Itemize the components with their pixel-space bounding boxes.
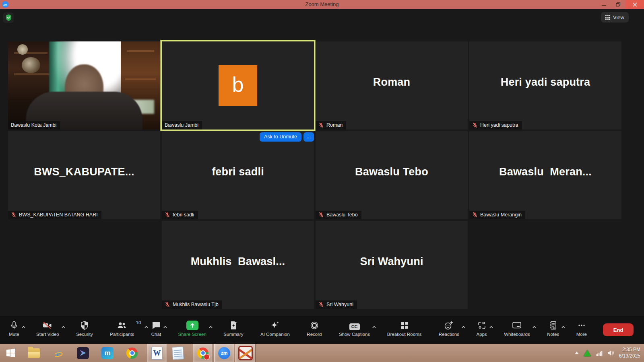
toolbar-label: Whiteboards (504, 332, 530, 337)
toolbar-ai-companion-button[interactable]: AI Companion (260, 320, 290, 340)
participant-nameplate: Mukhlis Bawaslu Tjb (162, 300, 222, 309)
unmute-more-button[interactable]: ... (303, 132, 314, 142)
toolbar-mute-button[interactable]: Mute (9, 320, 19, 340)
participant-avatar: b (219, 65, 257, 106)
network-signal-icon[interactable] (596, 350, 603, 356)
security-shield-icon[interactable] (3, 12, 14, 23)
chevron-up-icon[interactable] (144, 323, 149, 330)
summary-icon (229, 320, 238, 330)
participant-display-name: Heri yadi saputra (469, 41, 621, 130)
toolbar-apps-button[interactable]: Apps (476, 320, 487, 340)
chevron-up-icon[interactable] (208, 323, 213, 330)
participant-tile[interactable]: Bawaslu TeboBawaslu Tebo (316, 131, 468, 219)
show-captions-icon: CC (349, 320, 360, 330)
toolbar-summary-button[interactable]: Summary (223, 320, 243, 340)
toolbar-label: Share Screen (178, 332, 206, 337)
toolbar-participants-button[interactable]: 10Participants (110, 320, 134, 340)
taskbar-clock[interactable]: 2:35 PM 6/13/2025 (619, 347, 640, 359)
taskbar-notepad-button[interactable] (168, 344, 188, 362)
toolbar-label: Security (76, 332, 93, 337)
end-meeting-button[interactable]: End (603, 323, 634, 336)
participant-name-label: Bawaslu Kota Jambi (11, 122, 56, 128)
system-tray: 2:35 PM 6/13/2025 (575, 347, 644, 359)
participant-tile[interactable]: Sri WahyuniSri Wahyuni (316, 221, 468, 309)
chevron-up-icon[interactable] (561, 323, 566, 330)
participant-tile[interactable]: bBawaslu Jambi (162, 41, 314, 130)
participant-display-name: Roman (316, 41, 468, 130)
toolbar-label: Record (307, 332, 322, 337)
security-icon (80, 320, 89, 330)
start-button[interactable] (1, 344, 20, 362)
taskbar-chrome-profile-button[interactable] (193, 344, 213, 362)
toolbar-show-captions-button[interactable]: CCShow Captions (339, 320, 370, 340)
tray-time: 2:35 PM (619, 347, 640, 353)
volume-icon[interactable] (607, 350, 614, 356)
show-hidden-icons-icon[interactable] (575, 352, 579, 354)
chevron-up-icon[interactable] (489, 323, 493, 330)
participant-name-label: Bawaslu Jambi (165, 122, 198, 128)
taskbar-chrome-button[interactable] (122, 344, 142, 362)
toolbar-share-screen-button[interactable]: Share Screen (178, 320, 206, 340)
participant-display-name: BWS_KABUPATE... (8, 131, 160, 219)
participant-display-name: Bawaslu Tebo (316, 131, 468, 219)
toolbar-more-button[interactable]: More (576, 320, 587, 340)
folder-icon (28, 348, 40, 358)
chevron-up-icon[interactable] (532, 323, 537, 330)
window-controls (597, 0, 644, 9)
toolbar-record-button[interactable]: Record (307, 320, 322, 340)
participant-name-label: Heri yadi saputra (480, 122, 518, 128)
antivirus-icon[interactable] (584, 350, 591, 356)
taskbar-filmora-button[interactable] (73, 344, 93, 362)
taskbar-internet-explorer-button[interactable]: e (49, 344, 68, 362)
toolbar-breakout-rooms-button[interactable]: Breakout Rooms (387, 320, 422, 340)
toolbar-notes-button[interactable]: Notes (547, 320, 559, 340)
share-screen-box (186, 321, 198, 330)
ask-to-unmute-button[interactable]: Ask to Unmute (260, 132, 301, 142)
participant-nameplate: BWS_KABUPATEN BATANG HARI (8, 211, 101, 219)
muted-mic-icon (472, 212, 478, 218)
taskbar-picture-manager-button[interactable] (235, 344, 256, 362)
close-icon[interactable] (625, 0, 644, 9)
participant-name-label: BWS_KABUPATEN BATANG HARI (19, 212, 98, 218)
participant-nameplate: Roman (316, 121, 346, 130)
chevron-up-icon[interactable] (461, 323, 466, 330)
toolbar-items: MuteStart VideoSecurity10ParticipantsCha… (0, 320, 596, 340)
participant-tile[interactable]: febri sadlifebri sadli (162, 131, 314, 219)
toolbar-label: AI Companion (260, 332, 290, 337)
restore-icon[interactable] (611, 0, 625, 9)
toolbar-reactions-button[interactable]: Reactions (439, 320, 459, 340)
taskbar-word-button[interactable]: W (147, 344, 167, 362)
participant-display-name: Mukhlis Bawasl... (162, 221, 314, 309)
chevron-up-icon[interactable] (61, 323, 66, 330)
muted-mic-icon (318, 122, 324, 128)
chat-icon (151, 320, 161, 330)
unmute-prompt: Ask to Unmute ... (162, 132, 314, 142)
participant-display-name: Sri Wahyuni (316, 221, 468, 309)
taskbar-zoom-button[interactable]: zm (214, 344, 234, 362)
participant-tile[interactable]: Heri yadi saputraHeri yadi saputra (469, 41, 621, 130)
muted-mic-icon (472, 122, 478, 128)
maxthon-icon: m (101, 347, 114, 359)
participant-name-label: Sri Wahyuni (326, 302, 353, 307)
taskbar-maxthon-button[interactable]: m (98, 344, 117, 362)
toolbar-start-video-button[interactable]: Start Video (36, 320, 59, 340)
toolbar-whiteboards-button[interactable]: Whiteboards (504, 320, 530, 340)
view-button[interactable]: View (601, 12, 629, 23)
minimize-icon[interactable] (597, 0, 611, 9)
participant-tile[interactable]: Bawaslu Kota Jambi (8, 41, 160, 130)
participant-tile[interactable]: RomanRoman (316, 41, 468, 130)
picture-manager-icon (238, 346, 253, 360)
word-icon: W (151, 347, 163, 360)
meeting-area: View Bawaslu Kota JambibBawaslu JambiRom… (0, 9, 644, 344)
participant-tile[interactable]: BWS_KABUPATE...BWS_KABUPATEN BATANG HARI (8, 131, 160, 219)
chevron-up-icon[interactable] (372, 323, 376, 330)
taskbar-file-explorer-button[interactable] (24, 344, 43, 362)
toolbar-chat-button[interactable]: Chat (151, 320, 161, 340)
participant-nameplate: febri sadli (162, 211, 198, 219)
chevron-up-icon[interactable] (163, 323, 167, 330)
chevron-up-icon[interactable] (21, 323, 26, 330)
participant-tile[interactable]: Mukhlis Bawasl...Mukhlis Bawaslu Tjb (162, 221, 314, 309)
participant-tile[interactable]: Bawaslu Meran...Bawaslu Merangin (469, 131, 621, 219)
toolbar-security-button[interactable]: Security (76, 320, 93, 340)
cc-icon: CC (349, 323, 360, 330)
